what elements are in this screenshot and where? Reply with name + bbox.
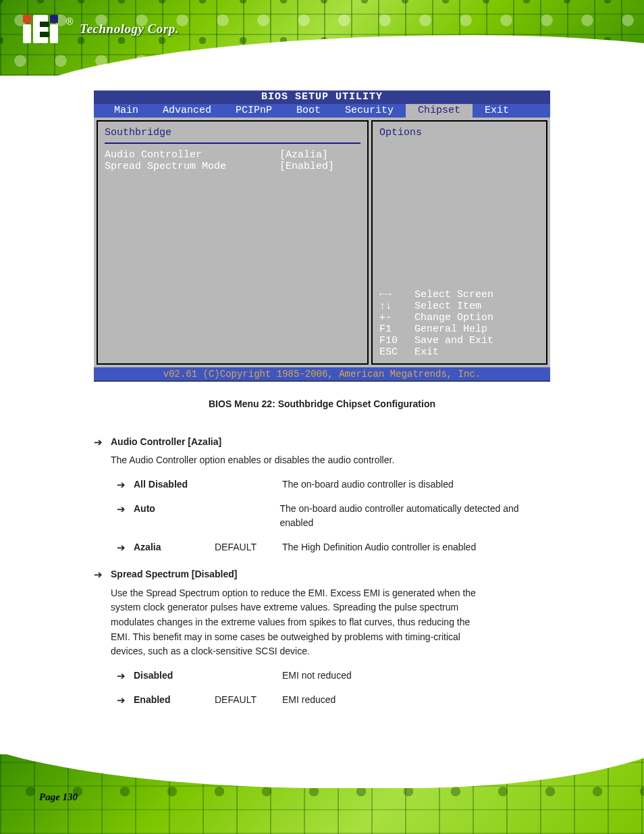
help-row: ←→Select Screen xyxy=(379,289,539,301)
registered-icon: ® xyxy=(66,16,73,27)
bios-option-row[interactable]: Audio Controller [Azalia] xyxy=(105,149,360,161)
page-number: Page 130 xyxy=(39,791,78,803)
footer-circuit-banner xyxy=(0,754,644,834)
option-label: Audio Controller xyxy=(105,149,279,161)
bios-footer: v02.61 (C)Copyright 1985-2006, American … xyxy=(94,367,550,381)
arrow-icon: ➔ xyxy=(94,567,103,659)
bios-tab-pcipnp[interactable]: PCIPnP xyxy=(223,104,284,118)
arrow-icon: ➔ xyxy=(94,435,103,468)
bios-screenshot: BIOS SETUP UTILITY Main Advanced PCIPnP … xyxy=(94,90,550,382)
section-desc: The Audio Controller option enables or d… xyxy=(111,453,394,468)
option-disabled: ➔ DisabledEMI not reduced xyxy=(117,669,550,683)
figure-caption: BIOS Menu 22: Southbridge Chipset Config… xyxy=(94,397,550,412)
option-label: Spread Spectrum Mode xyxy=(105,161,279,172)
help-row: +-Change Option xyxy=(379,312,539,323)
bios-option-row[interactable]: Spread Spectrum Mode [Enabled] xyxy=(105,161,360,172)
section-audio-controller: ➔ Audio Controller [Azalia] The Audio Co… xyxy=(94,435,550,468)
divider xyxy=(105,142,360,144)
option-azalia: ➔ AzaliaDEFAULTThe High Definition Audio… xyxy=(117,540,550,555)
options-heading: Options xyxy=(379,127,539,138)
option-value: [Enabled] xyxy=(279,161,360,172)
option-value: [Azalia] xyxy=(279,149,360,161)
arrow-icon: ➔ xyxy=(117,693,126,708)
brand-logo: ® Technology Corp. xyxy=(23,15,179,43)
southbridge-heading: Southbridge xyxy=(105,127,360,142)
bios-right-pane: Options ←→Select Screen ↑↓Select Item +-… xyxy=(371,120,547,365)
bios-tab-chipset[interactable]: Chipset xyxy=(406,104,473,118)
document-body: BIOS Menu 22: Southbridge Chipset Config… xyxy=(94,397,550,716)
help-row: F1General Help xyxy=(379,323,539,335)
help-row: F10Save and Exit xyxy=(379,335,539,346)
option-all-disabled: ➔ All DisabledThe on-board audio control… xyxy=(117,477,550,492)
bios-body: Southbridge Audio Controller [Azalia] Sp… xyxy=(94,118,550,367)
arrow-icon: ➔ xyxy=(117,669,126,683)
bios-tab-boot[interactable]: Boot xyxy=(284,104,333,118)
bios-tab-exit[interactable]: Exit xyxy=(473,104,521,118)
section-spread-spectrum: ➔ Spread Spectrum [Disabled] Use the Spr… xyxy=(94,567,550,659)
help-row: ↑↓Select Item xyxy=(379,301,539,312)
section-head: Spread Spectrum [Disabled] xyxy=(111,567,489,582)
arrow-icon: ➔ xyxy=(117,477,126,492)
logo-glyph xyxy=(23,15,58,43)
brand-text: Technology Corp. xyxy=(80,22,179,36)
section-head: Audio Controller [Azalia] xyxy=(111,435,394,450)
bios-tab-bar: Main Advanced PCIPnP Boot Security Chips… xyxy=(94,104,550,118)
bios-tab-advanced[interactable]: Advanced xyxy=(151,104,223,118)
arrow-icon: ➔ xyxy=(117,540,126,555)
bios-tab-security[interactable]: Security xyxy=(333,104,406,118)
arrow-icon: ➔ xyxy=(117,502,126,531)
bios-left-pane: Southbridge Audio Controller [Azalia] Sp… xyxy=(97,120,369,365)
option-auto: ➔ AutoThe on-board audio controller auto… xyxy=(117,502,550,531)
bios-help-list: ←→Select Screen ↑↓Select Item +-Change O… xyxy=(379,289,539,358)
bios-tab-main[interactable]: Main xyxy=(102,104,151,118)
section-desc: Use the Spread Spectrum option to reduce… xyxy=(111,586,489,659)
option-enabled: ➔ EnabledDEFAULTEMI reduced xyxy=(117,693,550,708)
help-row: ESCExit xyxy=(379,346,539,358)
bios-title: BIOS SETUP UTILITY xyxy=(94,90,550,104)
